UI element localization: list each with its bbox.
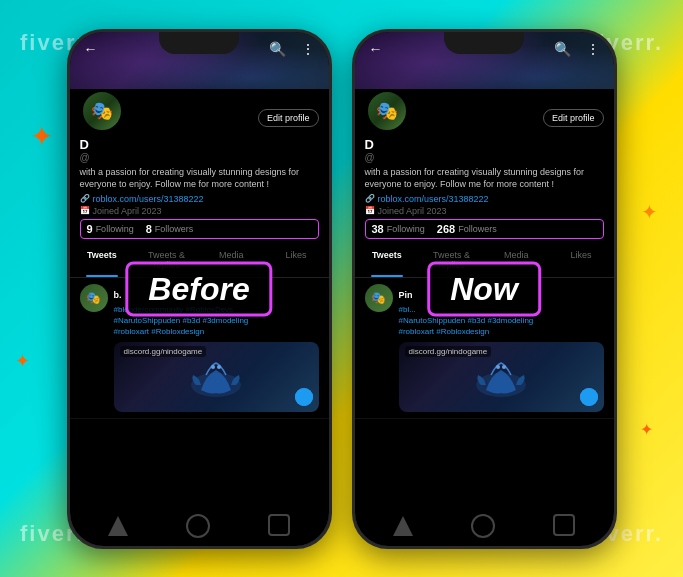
plus-btn-before[interactable]: + [295,388,313,406]
back-icon-now[interactable]: ← [365,38,387,60]
followers-stat-now[interactable]: 268 Followers [437,223,497,235]
phone-notch-before [159,32,239,54]
followers-count-before: 8 [146,223,152,235]
star-decoration-4: ✦ [640,420,653,439]
edit-profile-button-now[interactable]: Edit profile [543,109,604,127]
tweet-name-before: b. [114,290,122,300]
star-decoration-2: ✦ [15,350,30,372]
now-label-overlay: Now [427,261,541,316]
svg-point-4 [496,365,500,369]
phone-notch-now [444,32,524,54]
calendar-icon-before: 📅 [80,206,90,215]
tab-likes-before[interactable]: Likes [264,243,329,277]
avatar-before: 🎭 [80,89,124,133]
nav-home-now[interactable] [471,514,495,538]
plus-btn-now[interactable]: + [580,388,598,406]
bio-now: with a passion for creating visually stu… [365,166,604,191]
following-label-before: Following [96,224,134,234]
star-decoration: ✦ [30,120,53,153]
svg-point-2 [217,365,221,369]
discord-label-now: discord.gg/nindogame [405,346,492,357]
joined-row-now: 📅 Joined April 2023 [365,206,604,216]
following-count-before: 9 [87,223,93,235]
avatar-row-now: 🎭 Edit profile [365,89,604,133]
phones-container: ← 🔍 ⋮ Before 🎭 Edit profile [67,29,617,549]
top-nav-right-now: 🔍 ⋮ [552,38,604,60]
svg-point-1 [211,365,215,369]
avatar-row-before: 🎭 Edit profile [80,89,319,133]
avatar-now: 🎭 [365,89,409,133]
nav-back-before[interactable] [108,516,128,536]
followers-stat-before[interactable]: 8 Followers [146,223,194,235]
website-row-before: 🔗 roblox.com/users/31388222 [80,194,319,204]
following-stat-now[interactable]: 38 Following [372,223,425,235]
follow-stats-now: 38 Following 268 Followers [365,219,604,239]
display-name-before: D [80,137,319,152]
calendar-icon-now: 📅 [365,206,375,215]
before-label-text: Before [148,270,249,306]
tweet-image-before: discord.gg/nindogame + [114,342,319,412]
now-screen: ← 🔍 ⋮ Now 🎭 Edit profile [355,32,614,546]
star-decoration-3: ✦ [641,200,658,224]
joined-row-before: 📅 Joined April 2023 [80,206,319,216]
tweet-avatar-before: 🎭 [80,284,108,312]
tweet-avatar-now: 🎭 [365,284,393,312]
website-row-now: 🔗 roblox.com/users/31388222 [365,194,604,204]
following-label-now: Following [387,224,425,234]
more-icon-before[interactable]: ⋮ [297,38,319,60]
top-nav-right-before: 🔍 ⋮ [267,38,319,60]
before-screen: ← 🔍 ⋮ Before 🎭 Edit profile [70,32,329,546]
edit-profile-button-before[interactable]: Edit profile [258,109,319,127]
search-icon-before[interactable]: 🔍 [267,38,289,60]
handle-now: @ [365,152,604,163]
nav-recent-now[interactable] [553,514,575,536]
dragon-svg-before [181,355,251,400]
followers-label-before: Followers [155,224,194,234]
tweet-name-now: Pin [399,290,413,300]
following-count-now: 38 [372,223,384,235]
handle-before: @ [80,152,319,163]
phone-nav-now [355,514,614,538]
now-phone: ← 🔍 ⋮ Now 🎭 Edit profile [352,29,617,549]
following-stat-before[interactable]: 9 Following [87,223,134,235]
link-icon-now: 🔗 [365,194,375,203]
link-icon-before: 🔗 [80,194,90,203]
svg-point-5 [502,365,506,369]
follow-stats-before: 9 Following 8 Followers [80,219,319,239]
before-label-overlay: Before [125,261,272,316]
followers-count-now: 268 [437,223,455,235]
avatar-img-before: 🎭 [83,92,121,130]
joined-text-now: Joined April 2023 [378,206,447,216]
bio-before: with a passion for creating visually stu… [80,166,319,191]
nav-home-before[interactable] [186,514,210,538]
before-phone: ← 🔍 ⋮ Before 🎭 Edit profile [67,29,332,549]
phone-nav-before [70,514,329,538]
back-icon-before[interactable]: ← [80,38,102,60]
username-row-before: D @ [80,137,319,163]
nav-back-now[interactable] [393,516,413,536]
tab-tweets-now[interactable]: Tweets [355,243,420,277]
dragon-svg-now [466,355,536,400]
joined-text-before: Joined April 2023 [93,206,162,216]
website-text-before[interactable]: roblox.com/users/31388222 [93,194,204,204]
discord-label-before: discord.gg/nindogame [120,346,207,357]
avatar-img-now: 🎭 [368,92,406,130]
tweet-image-now: discord.gg/nindogame + [399,342,604,412]
nav-recent-before[interactable] [268,514,290,536]
followers-label-now: Followers [458,224,497,234]
display-name-now: D [365,137,604,152]
profile-section-before: 🎭 Edit profile D @ with a passion for cr… [70,89,329,239]
tab-likes-now[interactable]: Likes [549,243,614,277]
search-icon-now[interactable]: 🔍 [552,38,574,60]
now-label-text: Now [450,270,518,306]
website-text-now[interactable]: roblox.com/users/31388222 [378,194,489,204]
username-row-now: D @ [365,137,604,163]
more-icon-now[interactable]: ⋮ [582,38,604,60]
profile-section-now: 🎭 Edit profile D @ with a passion for cr… [355,89,614,239]
